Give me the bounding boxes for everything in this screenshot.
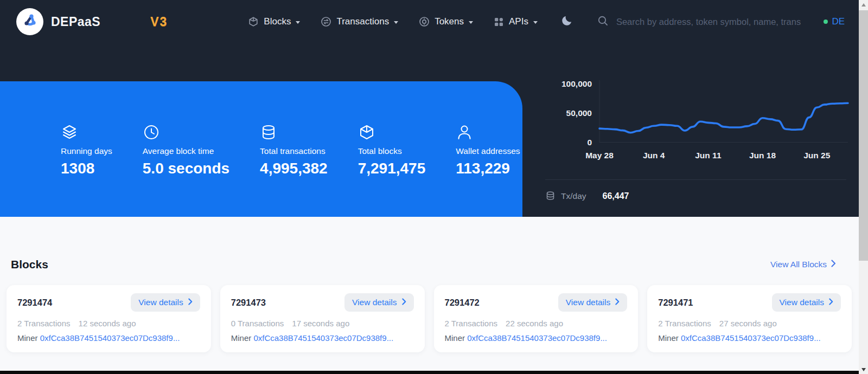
chevron-down-icon <box>394 21 398 24</box>
stat-value: 113,229 <box>456 160 520 177</box>
chevron-down-icon <box>296 21 300 24</box>
coins-icon <box>545 191 556 201</box>
view-details-button[interactable]: View details <box>772 293 841 312</box>
layers-icon <box>61 122 112 141</box>
view-details-label: View details <box>780 298 824 307</box>
network-selector[interactable]: DE <box>824 16 845 27</box>
nav-item-apis[interactable]: APIs <box>494 16 538 27</box>
block-cards-row: 7291474 View details 2 Transactions 12 s… <box>7 285 852 352</box>
version-badge: V3 <box>150 15 168 29</box>
page: DEPaaS V3 Blocks <box>0 0 859 374</box>
svg-text:100,000: 100,000 <box>561 79 592 88</box>
txday-label: Tx/day <box>561 191 586 201</box>
hero-section: Running days 1308 Average block time 5.0… <box>0 43 859 217</box>
stat-average-block-time: Average block time 5.0 seconds <box>143 122 229 177</box>
stat-value: 4,995,382 <box>260 160 328 177</box>
arrow-up-icon <box>861 3 866 7</box>
miner-address-link[interactable]: 0xfCca38B7451540373ec07Dc938f9... <box>681 333 821 343</box>
svg-text:Jun 11: Jun 11 <box>695 151 722 160</box>
svg-text:Jun 18: Jun 18 <box>749 151 776 160</box>
chevron-right-icon <box>831 260 836 269</box>
svg-text:May 28: May 28 <box>585 151 614 160</box>
stats-row: Running days 1308 Average block time 5.0… <box>0 81 522 177</box>
view-all-blocks-link[interactable]: View All Blocks <box>770 260 836 269</box>
blocks-section: Blocks View All Blocks 7291474 View deta… <box>0 217 859 352</box>
moon-icon <box>560 14 573 29</box>
nav-item-tokens[interactable]: Tokens <box>419 16 473 27</box>
blocks-title: Blocks <box>11 258 48 271</box>
svg-text:0: 0 <box>587 138 592 147</box>
block-age: 27 seconds ago <box>719 319 777 328</box>
svg-text:Jun 25: Jun 25 <box>803 151 830 160</box>
clock-icon <box>143 122 229 141</box>
arrow-down-icon <box>861 368 866 371</box>
block-age: 22 seconds ago <box>506 319 563 328</box>
miner-label: Miner <box>445 333 465 343</box>
dark-mode-toggle[interactable] <box>560 14 573 29</box>
vertical-scrollbar[interactable] <box>859 0 868 374</box>
user-icon <box>456 122 520 141</box>
divider <box>545 179 846 180</box>
block-age: 17 seconds ago <box>292 319 349 328</box>
stat-running-days: Running days 1308 <box>61 122 112 177</box>
chevron-right-icon <box>402 298 406 307</box>
txday-row: Tx/day 66,447 <box>545 191 849 201</box>
scrollbar-thumb[interactable] <box>859 10 868 261</box>
block-age: 12 seconds ago <box>79 319 136 328</box>
stat-value: 7,291,475 <box>358 160 426 177</box>
nav-item-blocks[interactable]: Blocks <box>248 16 300 27</box>
block-number: 7291472 <box>445 298 480 308</box>
miner-address-link[interactable]: 0xfCca38B7451540373ec07Dc938f9... <box>467 333 607 343</box>
stat-label: Total blocks <box>358 146 426 156</box>
cube-icon <box>358 122 426 141</box>
view-details-label: View details <box>566 298 610 307</box>
scroll-down-button[interactable] <box>859 365 868 374</box>
block-card[interactable]: 7291472 View details 2 Transactions 22 s… <box>434 285 639 352</box>
status-dot-icon <box>824 20 828 24</box>
txday-value: 66,447 <box>603 191 629 201</box>
view-details-button[interactable]: View details <box>131 293 200 312</box>
svg-text:50,000: 50,000 <box>566 108 592 118</box>
view-details-label: View details <box>138 298 183 307</box>
block-card[interactable]: 7291474 View details 2 Transactions 12 s… <box>7 285 211 352</box>
miner-label: Miner <box>658 333 679 343</box>
nav-menu: Blocks Transactions <box>248 16 538 27</box>
block-card[interactable]: 7291473 View details 0 Transactions 17 s… <box>220 285 425 352</box>
stat-label: Running days <box>61 146 112 156</box>
app-logo[interactable] <box>16 8 43 35</box>
search-icon <box>597 15 609 29</box>
block-number: 7291474 <box>17 298 52 308</box>
miner-address-link[interactable]: 0xfCca38B7451540373ec07Dc938f9... <box>253 333 393 343</box>
brand-name: DEPaaS <box>51 15 100 29</box>
view-details-button[interactable]: View details <box>558 293 627 312</box>
nav-item-transactions[interactable]: Transactions <box>321 16 398 27</box>
nav-label: Transactions <box>336 16 389 27</box>
view-details-label: View details <box>352 298 397 307</box>
block-tx-count: 2 Transactions <box>17 319 71 328</box>
miner-label: Miner <box>17 333 38 343</box>
window-bottom-edge <box>0 371 859 374</box>
search-input[interactable] <box>616 17 801 27</box>
swap-circle-icon <box>321 16 331 27</box>
cube-node-icon <box>248 16 259 27</box>
block-number: 7291473 <box>231 298 266 308</box>
view-all-label: View All Blocks <box>770 260 827 269</box>
chevron-right-icon <box>615 298 620 307</box>
depaas-logo-icon <box>21 11 39 32</box>
scroll-up-button[interactable] <box>859 0 868 9</box>
search-bar <box>597 15 819 29</box>
block-tx-count: 2 Transactions <box>445 319 498 328</box>
miner-label: Miner <box>231 333 252 343</box>
blocks-header: Blocks View All Blocks <box>0 258 859 271</box>
chevron-right-icon <box>829 298 833 307</box>
view-details-button[interactable]: View details <box>344 293 413 312</box>
miner-address-link[interactable]: 0xfCca38B7451540373ec07Dc938f9... <box>40 333 180 343</box>
block-tx-count: 0 Transactions <box>231 319 284 328</box>
chevron-down-icon <box>533 21 538 24</box>
block-card[interactable]: 7291471 View details 2 Transactions 27 s… <box>647 285 852 352</box>
stats-panel: Running days 1308 Average block time 5.0… <box>0 81 522 217</box>
stat-value: 1308 <box>61 160 112 177</box>
nav-label: Blocks <box>264 16 291 27</box>
stat-total-blocks: Total blocks 7,291,475 <box>358 122 426 177</box>
token-circle-icon <box>419 16 430 27</box>
